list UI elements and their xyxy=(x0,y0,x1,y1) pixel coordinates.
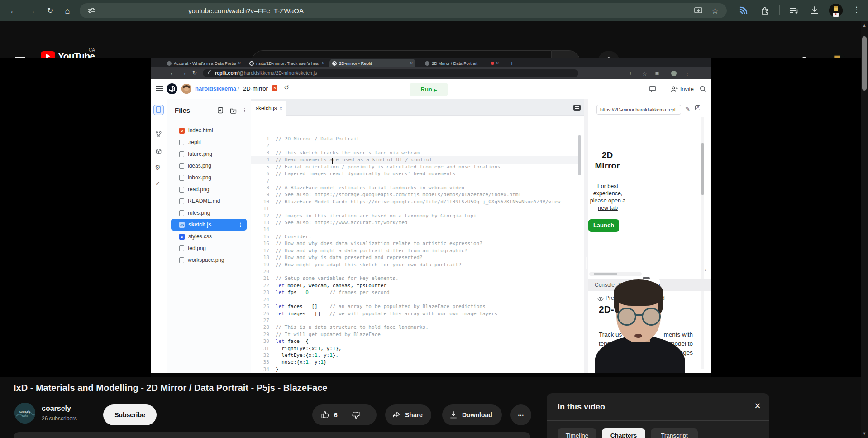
file-row-inbox.png[interactable]: inbox.png xyxy=(171,172,247,183)
media-controls-icon[interactable] xyxy=(788,5,799,16)
file-row-ideas.png[interactable]: ideas.png xyxy=(171,160,247,172)
collapse-chevron-icon[interactable]: › xyxy=(705,266,706,273)
file-menu-kebab[interactable]: ⋮ xyxy=(238,222,243,228)
files-rail-icon[interactable] xyxy=(153,105,164,115)
code-line-9[interactable]: 9// See also: https://storage.googleapis… xyxy=(251,191,581,198)
browser-profile-avatar[interactable] xyxy=(829,4,843,17)
code-line-22[interactable]: 22let model, webcam, canvas, fpsCounter xyxy=(251,282,581,289)
back-button[interactable]: ← xyxy=(6,4,21,18)
version-control-icon[interactable] xyxy=(155,131,162,138)
replit-search-icon[interactable] xyxy=(699,85,707,93)
preview-url-box[interactable]: https://2D-mirror.haroldsikkema.repl. xyxy=(596,105,681,115)
video-player[interactable]: Accurat - What's in a Data Portra×nsitu/… xyxy=(0,58,868,377)
code-line-13[interactable]: 13// See also: https://www.accurat.it/wo… xyxy=(251,219,581,226)
home-button[interactable]: ⌂ xyxy=(60,4,75,18)
history-icon[interactable]: ↺ xyxy=(284,84,289,91)
code-line-30[interactable]: 30let face= { xyxy=(251,338,581,345)
code-line-17[interactable]: 17// How and why might a data portrait d… xyxy=(251,247,581,254)
channel-name[interactable]: coarsely xyxy=(42,404,71,413)
code-line-6[interactable]: 6// Layered images react dynamically to … xyxy=(251,170,581,177)
code-line-25[interactable]: 25let faces = [] // an array to be popul… xyxy=(251,303,581,310)
share-button[interactable]: Share xyxy=(385,404,431,425)
file-row-rules.png[interactable]: rules.png xyxy=(171,207,247,219)
tab-close-icon[interactable]: × xyxy=(280,106,282,111)
subscribe-button[interactable]: Subscribe xyxy=(103,404,157,425)
code-line-28[interactable]: 28// This is a data structure to hold fa… xyxy=(251,324,581,331)
url-text[interactable]: youtube.com/watch?v=FFe_T-ZWaOA xyxy=(188,3,304,18)
downloads-icon[interactable] xyxy=(809,5,820,16)
code-line-14[interactable]: 14 xyxy=(251,226,581,233)
preview-scrollbar[interactable] xyxy=(701,117,704,369)
like-icon[interactable] xyxy=(320,410,330,420)
code-line-29[interactable]: 29// It will get updated by BlazeFace xyxy=(251,331,581,338)
code-line-23[interactable]: 23let fps = 0 // frames per second xyxy=(251,289,581,296)
code-editor[interactable]: sketch.js× 1// 2D Mirror / Data Portrait… xyxy=(251,99,584,373)
site-settings-icon[interactable] xyxy=(87,6,96,15)
channel-avatar[interactable]: coarsely sound xyxy=(14,403,35,424)
code-line-19[interactable]: 19// How might you adapt this sketch for… xyxy=(251,261,581,268)
code-line-3[interactable]: 3// This sketch tracks the user's face v… xyxy=(251,149,581,156)
code-line-26[interactable]: 26let images = [] // we will populate th… xyxy=(251,310,581,317)
forward-button[interactable]: → xyxy=(24,4,39,18)
code-line-8[interactable]: 8// A BlazeFace model estimates facial l… xyxy=(251,184,581,191)
code-line-4[interactable]: 4// Head movements are used as a kind of… xyxy=(251,156,581,163)
code-line-32[interactable]: 32 leftEye:{x:1, y:1}, xyxy=(251,352,581,359)
code-line-34[interactable]: 34} xyxy=(251,366,581,373)
scrollbar-thumb[interactable] xyxy=(862,36,867,91)
code-line-24[interactable]: 24 xyxy=(251,296,581,303)
file-row-README.md[interactable]: README.md xyxy=(171,195,247,207)
new-file-button[interactable] xyxy=(217,107,224,114)
code-line-18[interactable]: 18// How and why is data presented and r… xyxy=(251,254,581,261)
code-line-16[interactable]: 16// How and why does data visualization… xyxy=(251,240,581,247)
extensions-icon[interactable] xyxy=(759,5,770,16)
run-button[interactable]: Run ▶ xyxy=(410,83,448,96)
file-row-sketch.js[interactable]: JSsketch.js⋮ xyxy=(171,219,247,231)
settings-gear-icon[interactable]: ⚙ xyxy=(155,164,161,172)
editor-layout-icon[interactable] xyxy=(573,105,581,111)
packages-icon[interactable] xyxy=(155,148,162,155)
invite-person-icon[interactable] xyxy=(670,85,678,93)
code-line-20[interactable]: 20 xyxy=(251,268,581,275)
editor-scrollbar[interactable] xyxy=(578,116,581,373)
download-button[interactable]: Download xyxy=(442,404,502,425)
file-row-future.png[interactable]: future.png xyxy=(171,148,247,160)
like-count[interactable]: 6 xyxy=(334,411,338,419)
reload-button[interactable]: ↻ xyxy=(43,4,57,18)
reading-mode-icon[interactable] xyxy=(738,5,749,16)
panel-splitter[interactable] xyxy=(584,99,588,373)
code-line-15[interactable]: 15// Consider: xyxy=(251,233,581,240)
panel-close-icon[interactable]: × xyxy=(751,399,764,412)
scroll-up-arrow[interactable]: ▲ xyxy=(861,23,868,28)
edit-url-pencil-icon[interactable]: ✎ xyxy=(685,106,690,112)
code-line-10[interactable]: 10// BlazeFace Model Card: https://drive… xyxy=(251,198,581,205)
scroll-down-arrow[interactable]: ▼ xyxy=(861,431,868,436)
dislike-icon[interactable] xyxy=(351,410,361,420)
editor-tab-sketchjs[interactable]: sketch.js× xyxy=(251,101,286,116)
install-app-icon[interactable] xyxy=(693,6,703,16)
panel-tab-transcript[interactable]: Transcript xyxy=(651,428,698,438)
code-line-2[interactable]: 2 xyxy=(251,142,581,149)
code-line-27[interactable]: 27 xyxy=(251,317,581,324)
code-line-5[interactable]: 5// Facial orientation / proximity is ca… xyxy=(251,164,581,170)
file-row-workspace.png[interactable]: workspace.png xyxy=(171,254,247,266)
code-line-31[interactable]: 31 rightEye:{x:1, y:1}, xyxy=(251,345,581,352)
code-line-12[interactable]: 12// Images in this iteration are based … xyxy=(251,212,581,219)
code-line-1[interactable]: 1// 2D Mirror / Data Portrait xyxy=(251,135,581,142)
open-in-new-tab-icon[interactable]: ↗ xyxy=(695,105,700,110)
description-box[interactable] xyxy=(14,432,530,438)
more-actions-button[interactable]: ⋯ xyxy=(510,404,531,425)
code-line-21[interactable]: 21// Setup some variables for key elemen… xyxy=(251,275,581,282)
file-row-.replit[interactable]: .replit xyxy=(171,136,247,148)
new-folder-button[interactable] xyxy=(230,107,237,114)
breadcrumb-user[interactable]: haroldsikkema xyxy=(195,85,236,92)
breadcrumb-repl[interactable]: 2D-mirror xyxy=(243,85,268,92)
browser-menu-kebab[interactable]: ⋮ xyxy=(853,5,860,14)
panel-tab-timeline[interactable]: Timeline xyxy=(558,428,596,438)
files-menu-kebab[interactable]: ⋮ xyxy=(242,106,248,113)
file-row-read.png[interactable]: read.png xyxy=(171,183,247,195)
code-line-33[interactable]: 33 nose:{x:1, y:1} xyxy=(251,359,581,366)
address-bar[interactable]: youtube.com/watch?v=FFe_T-ZWaOA ☆ xyxy=(80,3,727,18)
code-line-7[interactable]: 7 xyxy=(251,178,581,184)
checks-icon[interactable]: ✓ xyxy=(155,180,161,187)
file-row-styles.css[interactable]: 3styles.css xyxy=(171,231,247,242)
